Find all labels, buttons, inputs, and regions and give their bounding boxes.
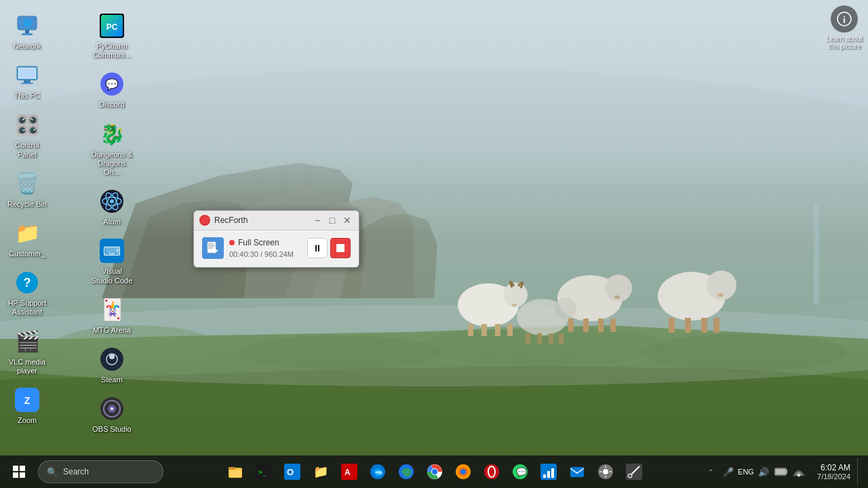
- volume-tray-icon[interactable]: 🔊: [755, 461, 772, 483]
- taskbar-apps: >_ O 📁 A: [166, 458, 703, 485]
- recording-size: 960.24M: [264, 250, 294, 258]
- recforth-titlebar[interactable]: RecForth − □ ✕: [194, 211, 359, 230]
- show-hidden-icons[interactable]: ⌃: [703, 461, 719, 483]
- svg-rect-110: [570, 467, 584, 477]
- icon-vscode[interactable]: ⌨ Visual Studio Code: [88, 232, 136, 290]
- recording-controls: ⏸: [307, 238, 351, 258]
- svg-rect-40: [537, 333, 542, 344]
- svg-rect-42: [559, 333, 564, 344]
- svg-rect-84: [336, 244, 344, 252]
- svg-rect-19: [468, 324, 473, 336]
- learn-about-button[interactable]: Learn aboutthis picture: [827, 5, 863, 50]
- start-button[interactable]: [5, 458, 33, 485]
- taskbar-app-terminal[interactable]: >_: [250, 458, 277, 485]
- icon-this-pc[interactable]: This PC: [3, 56, 51, 106]
- taskbar-app-mail[interactable]: [564, 458, 591, 485]
- dnd-label: Dungeons & Dragons On...: [91, 150, 133, 178]
- taskbar-app-edge[interactable]: [393, 458, 420, 485]
- svg-rect-118: [776, 469, 785, 474]
- svg-text:💬: 💬: [105, 78, 119, 91]
- svg-text:⌨: ⌨: [103, 245, 121, 258]
- taskbar-app-task-manager[interactable]: [535, 458, 562, 485]
- icon-control-panel[interactable]: 🎛️ Control Panel: [3, 106, 51, 164]
- taskbar-app-chrome[interactable]: [421, 458, 448, 485]
- system-clock[interactable]: 6:02 AM 7/18/2024: [808, 458, 856, 485]
- svg-rect-41: [549, 333, 553, 344]
- taskbar-app-file-explorer[interactable]: [222, 458, 249, 485]
- svg-rect-20: [481, 324, 487, 336]
- icon-zoom[interactable]: Z Zoom: [3, 381, 51, 430]
- taskbar-app-outlook[interactable]: O: [279, 458, 306, 485]
- clock-date: 7/18/2024: [817, 472, 850, 481]
- taskbar-app-settings[interactable]: [592, 458, 619, 485]
- taskbar: 🔍 Search >_ O: [0, 455, 868, 488]
- taskbar-app-edge-dev[interactable]: [364, 458, 391, 485]
- icon-dnd[interactable]: 🐉 Dungeons & Dragons On...: [88, 115, 136, 183]
- this-pc-label: This PC: [14, 92, 40, 100]
- svg-rect-25: [614, 296, 620, 299]
- microphone-tray-icon[interactable]: 🎤: [720, 461, 736, 483]
- search-icon: 🔍: [47, 467, 58, 477]
- recording-timer: 00:40:30: [229, 250, 258, 258]
- svg-rect-52: [19, 68, 35, 78]
- windows-logo: [13, 466, 25, 478]
- svg-rect-87: [229, 470, 241, 477]
- hp-support-label: HP Support Assistant: [6, 299, 48, 317]
- icon-vlc[interactable]: 🎬 VLC media player: [3, 323, 51, 381]
- keyboard-tray-icon[interactable]: ENG: [738, 461, 754, 483]
- svg-rect-33: [669, 318, 675, 333]
- taskbar-app-whatsapp[interactable]: 💬: [507, 458, 534, 485]
- svg-text:PC: PC: [106, 22, 118, 32]
- vscode-label: Visual Studio Code: [91, 267, 133, 285]
- svg-rect-28: [598, 319, 604, 332]
- atom-label: Atom: [103, 218, 121, 226]
- close-button[interactable]: ✕: [341, 214, 353, 226]
- minimize-button[interactable]: −: [311, 214, 323, 226]
- svg-rect-36: [713, 318, 719, 333]
- steam-label: Steam: [101, 375, 123, 384]
- search-bar[interactable]: 🔍 Search: [38, 460, 163, 483]
- svg-rect-109: [551, 468, 554, 478]
- icon-mtg[interactable]: 🃏 MTG Arena: [88, 291, 136, 340]
- maximize-button[interactable]: □: [326, 214, 338, 226]
- svg-text:Z: Z: [24, 395, 31, 406]
- icon-recycle-bin[interactable]: 🗑️ Recycle Bin: [3, 165, 51, 214]
- svg-rect-86: [229, 467, 235, 470]
- search-text: Search: [63, 467, 89, 476]
- taskbar-app-acrobat[interactable]: A: [336, 458, 363, 485]
- icon-steam[interactable]: Steam: [88, 340, 136, 390]
- svg-text:>_: >_: [258, 468, 267, 476]
- taskbar-app-opera[interactable]: [478, 458, 505, 485]
- svg-rect-117: [786, 470, 787, 474]
- icon-obs[interactable]: OBS Studio: [88, 390, 136, 439]
- taskbar-app-pen[interactable]: [620, 458, 648, 485]
- battery-tray-icon[interactable]: [773, 461, 789, 483]
- network-tray-icon[interactable]: [791, 461, 807, 483]
- svg-point-17: [503, 283, 528, 307]
- icon-network[interactable]: 🌐 Network: [3, 7, 51, 56]
- system-tray: ⌃ 🎤 ENG 🔊 6:0: [703, 458, 863, 485]
- svg-point-75: [111, 407, 113, 410]
- show-desktop-button[interactable]: [857, 458, 863, 485]
- taskbar-app-firefox[interactable]: [450, 458, 477, 485]
- pause-button[interactable]: ⏸: [307, 238, 328, 258]
- icon-hp-support[interactable]: ? HP Support Assistant: [3, 264, 51, 322]
- svg-rect-26: [568, 319, 574, 332]
- icon-atom[interactable]: Atom: [88, 182, 136, 232]
- pycharm-label: PyCharm Communi...: [91, 42, 133, 60]
- icon-pycharm[interactable]: PC PyCharm Communi...: [88, 7, 136, 65]
- svg-rect-34: [685, 318, 691, 333]
- svg-rect-32: [717, 293, 724, 297]
- svg-rect-46: [22, 33, 33, 35]
- icon-customer[interactable]: 📁 Customer_: [3, 214, 51, 264]
- svg-point-38: [555, 298, 576, 319]
- stop-button[interactable]: [330, 238, 351, 258]
- icon-discord[interactable]: 💬 Discord: [88, 65, 136, 115]
- svg-text:?: ?: [24, 276, 31, 289]
- svg-point-101: [460, 469, 466, 474]
- taskbar-app-folder[interactable]: 📁: [307, 458, 334, 485]
- recording-status: Full Screen: [229, 238, 302, 247]
- svg-point-66: [110, 199, 114, 203]
- recording-info: Full Screen 00:40:30 / 960.24M: [229, 238, 302, 258]
- svg-rect-81: [208, 245, 215, 247]
